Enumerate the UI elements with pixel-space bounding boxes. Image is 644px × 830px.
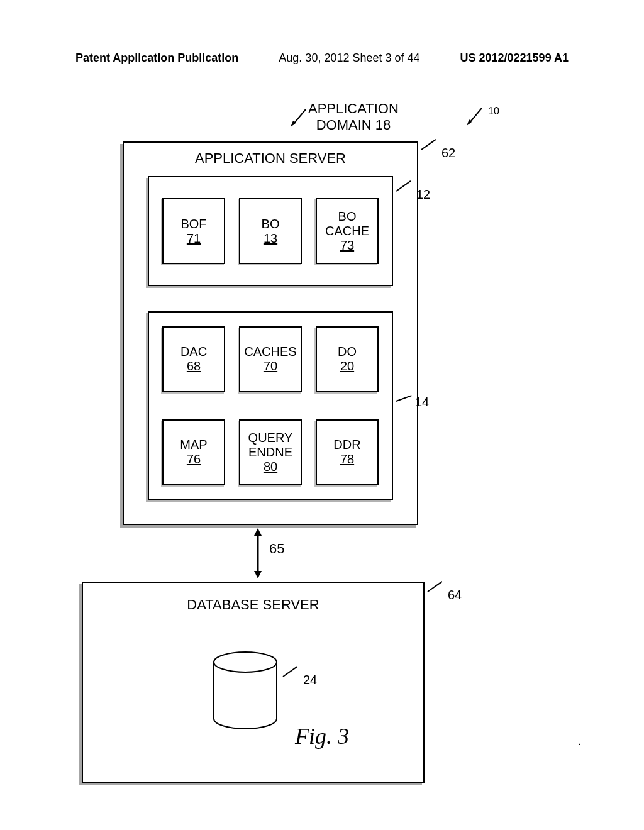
box-dac: DAC 68 [162,326,225,392]
application-domain-label: APPLICATION DOMAIN 18 [308,101,399,133]
reference-24: 24 [283,673,317,687]
box-bo-cache: BO CACHE 73 [316,198,379,264]
container-12: BOF 71 BO 13 BO CACHE 73 [148,176,393,286]
box-query-label2: ENDNE [248,445,292,460]
diagram-area: APPLICATION DOMAIN 18 10 APPLICATION SER… [0,88,644,780]
box-bo-cache-label2: CACHE [325,224,369,238]
svg-point-7 [214,652,277,672]
header-right: US 2012/0221599 A1 [460,52,569,65]
database-server-title: DATABASE SERVER [83,597,423,613]
box-query-num: 80 [264,460,277,474]
box-bof-label: BOF [180,217,206,231]
box-bo: BO 13 [239,198,302,264]
box-do-label: DO [338,345,357,359]
app-domain-line1: APPLICATION [308,101,399,117]
box-ddr: DDR 78 [316,419,379,485]
leader-arrow-18 [289,107,308,131]
reference-65: 65 [269,541,284,557]
box-bo-cache-num: 73 [340,238,354,253]
box-dac-num: 68 [187,359,201,374]
box-caches-label: CACHES [244,345,296,359]
box-map-label: MAP [180,438,207,452]
reference-64: 64 [428,588,462,602]
box-dac-label: DAC [180,345,207,359]
box-bo-label: BO [262,217,280,231]
ref-12-text: 12 [416,187,430,202]
app-domain-line2: DOMAIN 18 [308,117,399,133]
page-header: Patent Application Publication Aug. 30, … [0,52,644,65]
ref-24-text: 24 [303,673,317,687]
box-caches-num: 70 [264,359,277,374]
box-map-num: 76 [187,452,201,467]
ref-64-text: 64 [448,588,462,602]
header-center: Aug. 30, 2012 Sheet 3 of 44 [279,52,419,65]
reference-14: 14 [396,395,429,409]
box-bo-num: 13 [264,231,277,246]
connection-arrow-65 [250,528,265,578]
reference-62: 62 [421,146,455,160]
box-bof-num: 71 [187,231,201,246]
box-query-label1: QUERY [248,431,293,445]
box-bof: BOF 71 [162,198,225,264]
container-14: DAC 68 CACHES 70 DO 20 MAP 76 QUERY ENDN… [148,311,393,500]
ref-62-text: 62 [441,146,455,160]
box-map: MAP 76 [162,419,225,485]
box-caches: CACHES 70 [239,326,302,392]
box-do-num: 20 [340,359,354,374]
box-ddr-label: DDR [333,438,360,452]
reference-10: 10 [465,106,499,127]
database-cylinder-icon [211,651,280,733]
ref-14-text: 14 [415,395,429,409]
svg-line-2 [469,108,482,123]
application-server-title: APPLICATION SERVER [124,150,417,167]
box-do: DO 20 [316,326,379,392]
container-14-row2: MAP 76 QUERY ENDNE 80 DDR 78 [149,406,392,499]
reference-12: 12 [396,187,430,202]
ref-10-text: 10 [488,106,499,117]
container-14-row1: DAC 68 CACHES 70 DO 20 [149,313,392,406]
svg-line-0 [293,109,306,124]
box-bo-cache-label1: BO [338,209,357,224]
box-ddr-num: 78 [340,452,354,467]
figure-caption: Fig. 3 [0,723,644,750]
svg-marker-6 [254,571,262,578]
header-left: Patent Application Publication [75,52,238,65]
box-query-endne: QUERY ENDNE 80 [239,419,302,485]
svg-marker-5 [254,528,262,536]
